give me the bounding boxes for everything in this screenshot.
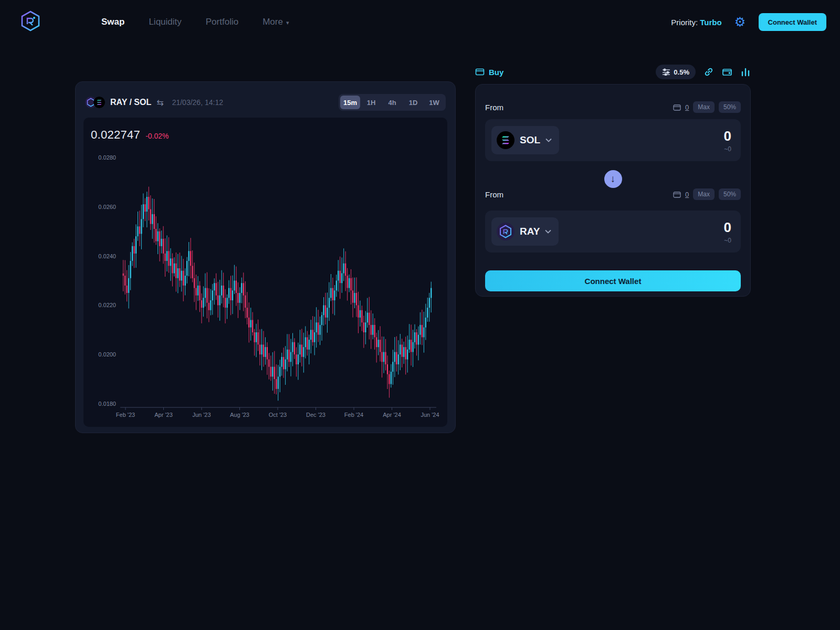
sol-token-icon bbox=[497, 131, 514, 149]
buy-card-icon bbox=[475, 67, 485, 77]
top-nav: Swap Liquidity Portfolio More ▾ Priority… bbox=[0, 0, 840, 44]
svg-text:Jun '23: Jun '23 bbox=[192, 412, 211, 418]
current-price: 0.022747 bbox=[91, 128, 140, 142]
sell-amount-input[interactable] bbox=[637, 128, 731, 144]
svg-text:Aug '23: Aug '23 bbox=[230, 412, 249, 418]
svg-text:Feb '23: Feb '23 bbox=[116, 412, 135, 418]
svg-text:0.0220: 0.0220 bbox=[98, 302, 116, 308]
wallet-icon[interactable] bbox=[722, 67, 732, 77]
gear-icon[interactable]: ⚙ bbox=[733, 15, 747, 29]
chevron-down-icon bbox=[545, 138, 552, 142]
main-nav: Swap Liquidity Portfolio More ▾ bbox=[101, 0, 289, 44]
chart-timestamp: 21/03/26, 14:12 bbox=[172, 98, 223, 107]
svg-text:0.0260: 0.0260 bbox=[98, 204, 116, 210]
timeframe-15m[interactable]: 15m bbox=[340, 96, 360, 109]
svg-text:Feb '24: Feb '24 bbox=[344, 412, 363, 418]
chevron-down-icon bbox=[545, 229, 551, 234]
sell-half-button[interactable]: 50% bbox=[719, 101, 741, 113]
chart-card: RAY / SOL ⇆ 21/03/26, 14:12 15m 1H 4h 1D… bbox=[75, 81, 456, 433]
buy-token-symbol: RAY bbox=[520, 226, 540, 237]
sell-max-button[interactable]: Max bbox=[693, 101, 715, 113]
svg-text:0.0180: 0.0180 bbox=[98, 401, 116, 407]
nav-item-more[interactable]: More ▾ bbox=[262, 17, 289, 27]
pair-label: RAY / SOL bbox=[110, 98, 151, 107]
buy-amount-input[interactable] bbox=[637, 219, 731, 236]
connect-wallet-cta[interactable]: Connect Wallet bbox=[485, 270, 741, 291]
nav-item-swap[interactable]: Swap bbox=[101, 17, 124, 27]
timeframe-selector: 15m 1H 4h 1D 1W bbox=[339, 94, 446, 111]
buy-max-button[interactable]: Max bbox=[693, 188, 715, 200]
buy-token-selector[interactable]: RAY bbox=[491, 217, 559, 246]
buy-half-button[interactable]: 50% bbox=[719, 188, 741, 200]
ray-token-icon bbox=[497, 223, 514, 240]
sell-fiat-value: ~0 bbox=[637, 145, 731, 153]
bar-chart-icon[interactable] bbox=[740, 67, 751, 77]
pair-token-icons bbox=[85, 97, 105, 108]
balance-wallet-icon bbox=[673, 191, 681, 198]
sliders-icon bbox=[662, 68, 670, 76]
buy-balance-value[interactable]: 0 bbox=[685, 191, 689, 198]
sell-token-box: SOL ~0 bbox=[485, 119, 741, 161]
balance-wallet-icon bbox=[673, 104, 681, 111]
candlestick-chart: 0.02800.02600.02400.02200.02000.0180Feb … bbox=[83, 118, 447, 427]
swap-mode-toggle[interactable]: Buy bbox=[475, 67, 503, 77]
chart-card-header: RAY / SOL ⇆ 21/03/26, 14:12 15m 1H 4h 1D… bbox=[76, 82, 455, 116]
sol-token-icon bbox=[93, 97, 105, 108]
buy-from-label: From bbox=[485, 190, 503, 199]
buy-fiat-value: ~0 bbox=[637, 237, 731, 244]
nav-item-more-label: More bbox=[262, 17, 283, 27]
priority-setting[interactable]: Priority:Turbo bbox=[671, 18, 721, 27]
svg-text:Apr '24: Apr '24 bbox=[383, 412, 401, 418]
page: Swap Liquidity Portfolio More ▾ Priority… bbox=[0, 0, 840, 630]
buy-token-box: RAY ~0 bbox=[485, 211, 741, 253]
swap-card: From 0 Max 50% SOL bbox=[475, 84, 751, 297]
link-icon[interactable] bbox=[704, 67, 714, 77]
sell-token-selector[interactable]: SOL bbox=[491, 126, 559, 154]
swap-mode-label: Buy bbox=[489, 68, 503, 77]
nav-item-portfolio[interactable]: Portfolio bbox=[206, 17, 238, 27]
svg-text:Dec '23: Dec '23 bbox=[306, 412, 326, 418]
svg-text:Oct '23: Oct '23 bbox=[269, 412, 287, 418]
price-chart: 0.022747 -0.02% 0.02800.02600.02400.0220… bbox=[83, 118, 447, 427]
timeframe-1d[interactable]: 1D bbox=[403, 96, 423, 109]
swap-toolbar: Buy 0.5% bbox=[475, 64, 751, 80]
svg-text:Apr '23: Apr '23 bbox=[154, 412, 173, 418]
sell-balance-value[interactable]: 0 bbox=[685, 103, 689, 111]
sell-header-row: From 0 Max 50% bbox=[485, 100, 741, 114]
raydium-logo-icon[interactable] bbox=[19, 9, 42, 33]
slippage-value: 0.5% bbox=[674, 68, 689, 76]
nav-item-liquidity[interactable]: Liquidity bbox=[149, 17, 181, 27]
svg-text:Jun '24: Jun '24 bbox=[421, 412, 439, 418]
sell-from-label: From bbox=[485, 103, 503, 112]
arrow-down-icon: ↓ bbox=[611, 173, 616, 185]
sell-token-symbol: SOL bbox=[520, 134, 540, 146]
priority-label: Priority: bbox=[671, 18, 698, 27]
svg-text:0.0240: 0.0240 bbox=[98, 253, 116, 259]
timeframe-4h[interactable]: 4h bbox=[382, 96, 402, 109]
timeframe-1w[interactable]: 1W bbox=[424, 96, 444, 109]
slippage-button[interactable]: 0.5% bbox=[656, 65, 696, 79]
connect-wallet-button[interactable]: Connect Wallet bbox=[759, 13, 826, 31]
price-change: -0.02% bbox=[145, 132, 169, 140]
svg-text:0.0280: 0.0280 bbox=[98, 154, 116, 161]
buy-header-row: From 0 Max 50% bbox=[485, 187, 741, 201]
priority-value: Turbo bbox=[700, 18, 721, 27]
chevron-down-icon: ▾ bbox=[286, 19, 289, 26]
svg-text:0.0200: 0.0200 bbox=[98, 351, 116, 358]
timeframe-1h[interactable]: 1H bbox=[361, 96, 381, 109]
header-right: Priority:Turbo ⚙ Connect Wallet bbox=[671, 0, 826, 44]
pair-switch-icon[interactable]: ⇆ bbox=[156, 98, 163, 108]
